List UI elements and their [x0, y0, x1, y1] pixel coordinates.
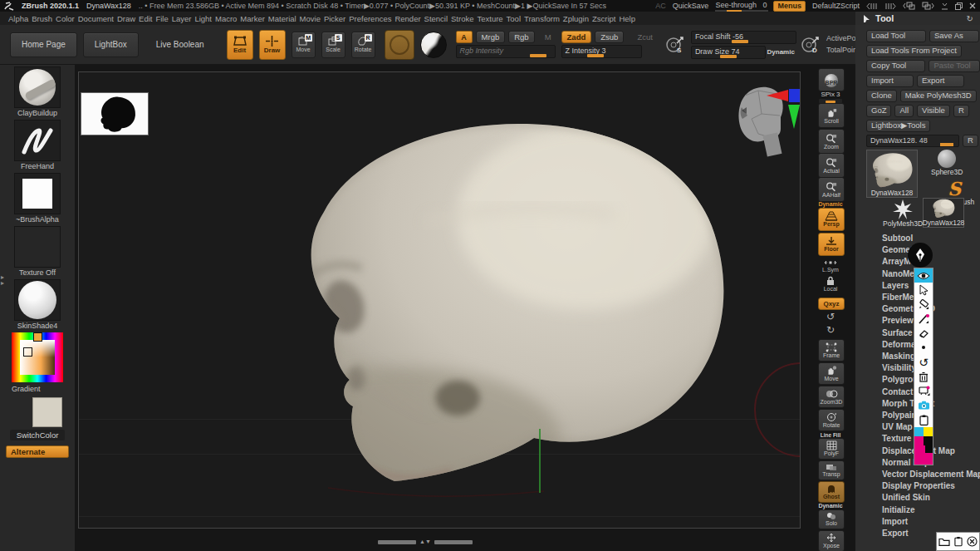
- color-black[interactable]: [924, 436, 933, 445]
- draw-size-slider[interactable]: Draw Size 74: [691, 46, 766, 59]
- lightbox-tools-button[interactable]: Lightbox▶Tools: [866, 120, 930, 132]
- live-boolean-button[interactable]: Live Boolean: [145, 32, 216, 57]
- switch-color[interactable]: SwitchColor: [10, 397, 66, 440]
- focal-shift-slider[interactable]: Focal Shift -56: [691, 31, 796, 44]
- goz-r-button[interactable]: R: [953, 105, 969, 117]
- make-polymesh3d-button[interactable]: Make PolyMesh3D: [900, 90, 977, 102]
- hue-selector[interactable]: [33, 332, 42, 342]
- menu-item[interactable]: Zscript: [592, 14, 616, 23]
- menu-item[interactable]: Stroke: [451, 14, 473, 23]
- palette-dock-left-icon[interactable]: [903, 2, 915, 10]
- zadd-button[interactable]: Zadd: [561, 31, 592, 43]
- menu-item[interactable]: Material: [268, 14, 296, 23]
- menu-item[interactable]: Tool: [507, 14, 521, 23]
- load-tools-from-project-button[interactable]: Load Tools From Project: [866, 45, 962, 57]
- switch-color-swatch[interactable]: [32, 397, 62, 427]
- palette-dock-right-icon[interactable]: [922, 2, 934, 10]
- edit-button[interactable]: Edit: [227, 30, 253, 60]
- tray-toggle-arrows[interactable]: ▲▼: [419, 539, 431, 544]
- annotation-screenshot-button[interactable]: [914, 398, 933, 412]
- draw-size-dial-icon[interactable]: D: [801, 35, 821, 55]
- menu-item[interactable]: Edit: [139, 14, 152, 23]
- bpr-button[interactable]: BPR: [818, 68, 845, 91]
- lightbox-button[interactable]: LightBox: [83, 32, 139, 57]
- subpalette-item[interactable]: Unified Skin: [866, 492, 980, 504]
- restore-button[interactable]: [955, 2, 963, 10]
- solo-button[interactable]: Solo: [818, 509, 845, 529]
- spin-left-icon[interactable]: ↺: [818, 311, 843, 322]
- default-zscript-button[interactable]: DefaultZScript: [812, 2, 860, 10]
- annotation-clipboard-button[interactable]: [914, 412, 933, 426]
- menu-item[interactable]: Marker: [240, 14, 265, 23]
- polyf-button[interactable]: PolyF: [818, 438, 845, 460]
- z-intensity-slider[interactable]: Z Intensity 3: [561, 45, 642, 58]
- menu-item[interactable]: Help: [619, 14, 635, 23]
- viewport-canvas[interactable]: ▲▼: [75, 65, 855, 551]
- annotation-line-tool[interactable]: [914, 312, 933, 326]
- current-texture[interactable]: Texture Off: [14, 226, 61, 277]
- current-stroke[interactable]: FreeHand: [14, 120, 61, 170]
- tool-item-sphere3d[interactable]: Sphere3D: [931, 150, 963, 176]
- quicksave-button[interactable]: QuickSave: [673, 2, 709, 10]
- move-button[interactable]: M Move: [292, 32, 316, 58]
- ghost-button[interactable]: Ghost: [818, 481, 845, 503]
- annotation-show-hide-eye[interactable]: [914, 268, 933, 283]
- stroke-settings-dial-icon[interactable]: S: [665, 35, 685, 55]
- lsym-button[interactable]: L.Sym: [818, 258, 843, 273]
- color-yellow[interactable]: [924, 427, 933, 436]
- floor-button[interactable]: Floor: [818, 233, 845, 256]
- save-as-button[interactable]: Save As: [929, 30, 979, 42]
- m-button[interactable]: M: [545, 32, 551, 42]
- rotate3d-button[interactable]: Rotate: [818, 409, 845, 431]
- spin-right-icon[interactable]: ↻: [818, 324, 843, 336]
- annotation-undo-button[interactable]: ↺: [914, 355, 933, 369]
- goz-all-button[interactable]: All: [894, 105, 914, 117]
- transp-button[interactable]: Transp: [818, 460, 845, 480]
- bottom-tray-handle[interactable]: ▲▼: [378, 539, 473, 544]
- menu-item[interactable]: Transform: [524, 14, 560, 23]
- menu-item[interactable]: Stencil: [424, 14, 448, 23]
- annotation-current-color[interactable]: [914, 445, 933, 465]
- annotation-eraser-tool[interactable]: [914, 326, 933, 340]
- annotation-cursor-tool[interactable]: [914, 283, 933, 297]
- subpalette-item[interactable]: Initialize: [866, 504, 980, 516]
- color-picker[interactable]: Gradient: [12, 332, 63, 393]
- actual-button[interactable]: Actual: [818, 153, 845, 178]
- alternate-button[interactable]: Alternate: [6, 445, 69, 458]
- draw-button[interactable]: Draw: [259, 30, 286, 60]
- annotation-whiteboard-button[interactable]: [914, 384, 933, 398]
- clipboard-icon[interactable]: [954, 536, 963, 547]
- subpalette-item[interactable]: Import: [866, 516, 980, 528]
- dynamic-draw-size-toggle[interactable]: Dynamic: [767, 48, 795, 56]
- copy-tool-button[interactable]: Copy Tool: [866, 60, 925, 72]
- current-material[interactable]: SkinShade4: [14, 279, 61, 330]
- persp-button[interactable]: Persp: [818, 208, 845, 231]
- draw-size-handle[interactable]: [720, 55, 737, 58]
- close-button[interactable]: [969, 2, 976, 9]
- frame-button[interactable]: Frame: [818, 339, 845, 362]
- menus-button[interactable]: Menus: [773, 1, 806, 12]
- menu-item[interactable]: Texture: [477, 14, 502, 23]
- palette-cycle-icon[interactable]: ↻: [967, 14, 973, 23]
- tool-selector-slider[interactable]: DynaWax128. 48: [866, 135, 959, 147]
- annotation-clear-button[interactable]: [914, 369, 933, 383]
- material-picker-button[interactable]: [420, 32, 447, 58]
- rotate-button[interactable]: R Rotate: [351, 32, 375, 58]
- menu-item[interactable]: Light: [194, 14, 212, 23]
- menu-item[interactable]: Macro: [215, 14, 237, 23]
- annotation-color-palette[interactable]: [914, 427, 933, 445]
- folder-icon[interactable]: [938, 537, 950, 546]
- menu-item[interactable]: Preferences: [349, 14, 391, 23]
- goz-button[interactable]: GoZ: [866, 105, 891, 117]
- close-circle-icon[interactable]: [967, 536, 978, 547]
- z-intensity-handle[interactable]: [587, 54, 604, 57]
- rgb-intensity-slider[interactable]: Rgb Intensity: [456, 45, 556, 58]
- shelf-scroll-left-icon[interactable]: [866, 2, 878, 10]
- scale-button[interactable]: S Scale: [321, 32, 345, 58]
- move3d-button[interactable]: Move: [818, 362, 845, 385]
- annotation-pen-toggle[interactable]: [908, 243, 933, 268]
- menu-item[interactable]: Render: [394, 14, 420, 23]
- tool-r-button[interactable]: R: [963, 135, 978, 147]
- color-swatch-a[interactable]: A: [456, 31, 473, 43]
- dynamic-solo-label[interactable]: Dynamic: [818, 503, 843, 509]
